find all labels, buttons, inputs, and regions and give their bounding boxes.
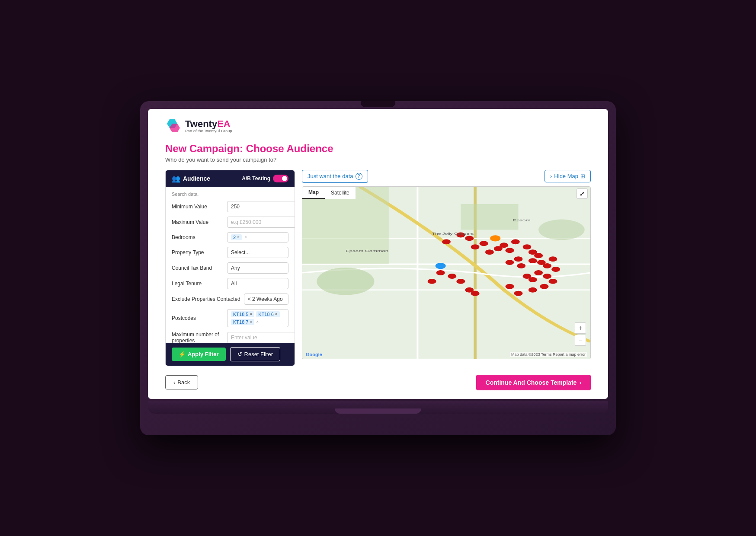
logo-area: TwentyEA Part of the TwentyCi Group bbox=[165, 118, 591, 134]
laptop-frame: TwentyEA Part of the TwentyCi Group New … bbox=[140, 101, 616, 435]
svg-point-27 bbox=[517, 263, 525, 268]
postcode-tag-1: KT18 5 × bbox=[231, 311, 254, 317]
toggle-switch[interactable] bbox=[273, 175, 288, 182]
svg-point-20 bbox=[506, 248, 514, 253]
max-value-input[interactable] bbox=[227, 217, 295, 228]
panel-body: Search data. Minimum Value Maximum Value bbox=[166, 187, 295, 343]
logo-text: TwentyEA bbox=[185, 118, 232, 130]
council-tax-label: Council Tax Band bbox=[172, 265, 224, 271]
map-tabs: Map Satellite bbox=[302, 187, 356, 199]
reset-icon: ↺ bbox=[237, 351, 242, 357]
bedrooms-label: Bedrooms bbox=[172, 234, 224, 240]
svg-point-44 bbox=[436, 270, 445, 275]
map-svg: Epsom Common Epsom The Jolly Coopers bbox=[302, 187, 590, 359]
main-content: 👥 Audience A/B Testing Search data. Mini… bbox=[165, 170, 591, 366]
max-value-label: Maximum Value bbox=[172, 219, 224, 225]
apply-filter-button[interactable]: ⚡ Apply Filter bbox=[172, 348, 226, 361]
postcode-remove-3[interactable]: × bbox=[250, 319, 252, 324]
min-value-input[interactable] bbox=[227, 201, 295, 212]
map-zoom-controls: + − bbox=[575, 322, 586, 346]
svg-point-41 bbox=[506, 284, 514, 289]
continue-arrow-icon: › bbox=[579, 379, 581, 386]
google-logo: Google bbox=[306, 352, 322, 357]
bottom-nav: ‹ Back Continue And Choose Template › bbox=[165, 375, 591, 390]
postcode-remove-2[interactable]: × bbox=[275, 312, 278, 316]
postcodes-row: Postcodes KT18 5 × KT18 6 × KT18 7 × × bbox=[172, 309, 288, 327]
property-type-label: Property Type bbox=[172, 249, 224, 255]
panel-footer: ⚡ Apply Filter ↺ Reset Filter bbox=[166, 343, 295, 366]
hide-map-label: Hide Map bbox=[554, 173, 578, 179]
just-data-label: Just want the data bbox=[308, 173, 353, 179]
legal-tenure-select[interactable]: All bbox=[227, 278, 288, 289]
map-expand-button[interactable]: ⤢ bbox=[577, 188, 588, 199]
zoom-in-button[interactable]: + bbox=[575, 322, 586, 334]
postcodes-remove-all[interactable]: × bbox=[256, 319, 259, 324]
svg-point-30 bbox=[543, 263, 551, 268]
council-tax-select[interactable]: Any bbox=[227, 262, 288, 274]
svg-text:Epsom: Epsom bbox=[513, 218, 530, 222]
max-props-input[interactable] bbox=[227, 332, 295, 343]
logo-text-block: TwentyEA Part of the TwentyCi Group bbox=[185, 118, 232, 133]
chevron-right-icon: › bbox=[550, 173, 552, 179]
exclude-label: Exclude Properties Contacted bbox=[172, 296, 240, 302]
continue-button[interactable]: Continue And Choose Template › bbox=[476, 375, 591, 390]
max-value-row: Maximum Value bbox=[172, 217, 288, 228]
svg-point-40 bbox=[514, 290, 523, 296]
svg-point-36 bbox=[543, 273, 551, 278]
search-data-label: Search data. bbox=[172, 191, 288, 197]
bedroom-tag: 2 × bbox=[231, 234, 242, 240]
bedroom-tag-remove[interactable]: × bbox=[237, 235, 240, 239]
svg-point-16 bbox=[480, 241, 488, 246]
just-want-data-button[interactable]: Just want the data ? bbox=[302, 170, 368, 183]
postcode-remove-1[interactable]: × bbox=[250, 312, 252, 316]
logo-icon bbox=[165, 118, 182, 134]
logo-subtext: Part of the TwentyCi Group bbox=[185, 129, 232, 133]
bedrooms-row: Bedrooms 2 × × bbox=[172, 232, 288, 242]
audience-label: Audience bbox=[183, 175, 210, 182]
app-container: TwentyEA Part of the TwentyCi Group New … bbox=[148, 109, 608, 399]
map-tab-satellite[interactable]: Satellite bbox=[325, 187, 356, 199]
map-tab-map[interactable]: Map bbox=[302, 187, 325, 199]
reset-filter-button[interactable]: ↺ Reset Filter bbox=[230, 347, 280, 361]
svg-point-37 bbox=[548, 278, 557, 284]
svg-point-26 bbox=[506, 260, 514, 265]
postcode-tag-2: KT18 6 × bbox=[256, 311, 279, 317]
apply-filter-label: Apply Filter bbox=[188, 351, 219, 357]
exclude-select[interactable]: < 2 Weeks Ago bbox=[244, 294, 288, 305]
back-arrow-icon: ‹ bbox=[173, 379, 175, 386]
svg-point-39 bbox=[529, 287, 537, 292]
svg-point-49 bbox=[436, 262, 446, 268]
map-container[interactable]: Map Satellite ⤢ bbox=[302, 186, 591, 359]
svg-point-15 bbox=[471, 244, 480, 249]
svg-point-35 bbox=[529, 277, 537, 282]
svg-point-9 bbox=[317, 268, 374, 295]
svg-point-13 bbox=[465, 236, 474, 241]
svg-point-48 bbox=[490, 235, 500, 241]
panel-header: 👥 Audience A/B Testing bbox=[166, 170, 295, 187]
svg-point-31 bbox=[548, 256, 557, 262]
svg-text:The Jolly Coopers: The Jolly Coopers bbox=[432, 232, 474, 235]
svg-point-19 bbox=[500, 242, 508, 248]
sidebar-panel: 👥 Audience A/B Testing Search data. Mini… bbox=[165, 170, 295, 366]
camera-notch bbox=[361, 101, 395, 107]
laptop-screen: TwentyEA Part of the TwentyCi Group New … bbox=[148, 109, 608, 399]
council-tax-row: Council Tax Band Any bbox=[172, 262, 288, 274]
property-type-row: Property Type Select... bbox=[172, 247, 288, 258]
svg-point-33 bbox=[534, 270, 543, 275]
bedrooms-input[interactable]: 2 × × bbox=[227, 232, 288, 242]
svg-point-45 bbox=[428, 278, 436, 284]
ab-testing-toggle[interactable]: A/B Testing bbox=[242, 175, 288, 182]
property-type-select[interactable]: Select... bbox=[227, 247, 288, 258]
svg-point-38 bbox=[540, 284, 548, 289]
reset-filter-label: Reset Filter bbox=[244, 351, 273, 357]
hide-map-button[interactable]: › Hide Map ⊞ bbox=[545, 170, 591, 182]
map-attribution: Map data ©2023 Terms Report a map error bbox=[510, 352, 587, 357]
svg-point-17 bbox=[485, 249, 494, 255]
max-props-label: Maximum number of properties bbox=[172, 332, 224, 343]
zoom-out-button[interactable]: − bbox=[575, 335, 586, 346]
page-subtitle: Who do you want to send your campaign to… bbox=[165, 156, 591, 163]
filter-icon: ⚡ bbox=[179, 351, 186, 357]
max-props-row: Maximum number of properties bbox=[172, 332, 288, 343]
postcodes-container[interactable]: KT18 5 × KT18 6 × KT18 7 × × bbox=[227, 309, 288, 327]
back-button[interactable]: ‹ Back bbox=[165, 375, 198, 389]
